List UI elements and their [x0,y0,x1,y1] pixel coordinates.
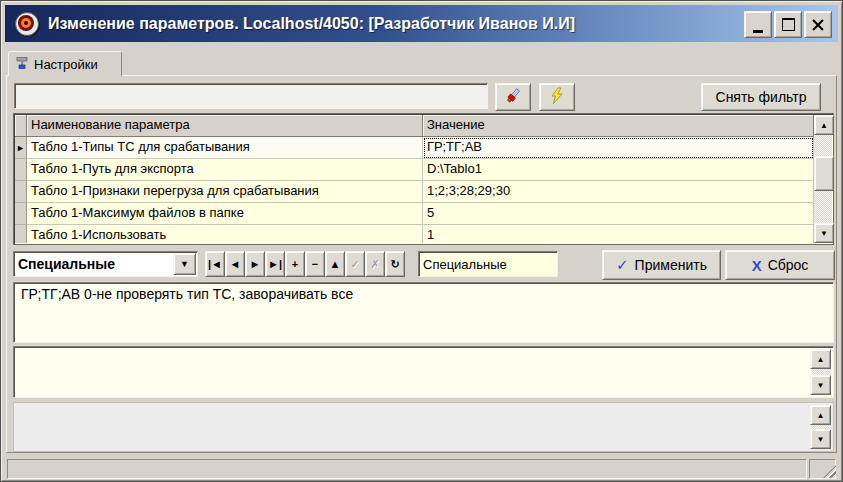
nav-prior-button[interactable]: ◄ [225,251,245,277]
tab-settings[interactable]: Настройки [8,51,122,76]
scroll-up-icon[interactable]: ▲ [810,349,831,369]
grid-header-row: Наименование параметра Значение [15,115,814,137]
scroll-up-icon[interactable]: ▲ [810,405,831,425]
nav-refresh-button[interactable]: ↻ [385,251,405,277]
chevron-down-icon[interactable]: ▼ [173,253,196,275]
nav-last-button[interactable]: ►| [265,251,285,277]
brush-icon [504,87,522,108]
tab-settings-label: Настройки [34,57,98,72]
nav-first-button[interactable]: |◄ [205,251,225,277]
category-edit-field[interactable] [418,251,558,277]
titlebar: Изменение параметров. Localhost/4050: [Р… [5,5,838,42]
extra-info-panel: ▲ ▼ [13,402,834,452]
nav-next-button[interactable]: ► [245,251,265,277]
settings-tab-icon [15,56,29,73]
reset-button[interactable]: X Сброс [725,250,835,280]
scroll-down-icon[interactable]: ▼ [814,223,834,243]
parameters-grid: Наименование параметра Значение ► Табло … [13,113,834,245]
app-icon [14,11,40,37]
status-panel [7,459,807,479]
filter-brush-button[interactable] [495,83,531,111]
close-button[interactable] [804,11,832,38]
window-title: Изменение параметров. Localhost/4050: [Р… [48,15,575,33]
scrollbar-thumb[interactable] [814,156,834,191]
filter-input[interactable] [14,83,488,109]
maximize-button[interactable] [774,11,802,38]
nav-insert-button[interactable]: + [285,251,305,277]
minimize-icon [753,30,763,33]
column-header-value[interactable]: Значение [423,115,814,137]
settings-page: Снять фильтр Наименование параметра Знач… [6,75,837,453]
table-row[interactable]: ► Табло 1-Типы ТС для срабатывания ГР;ТГ… [15,137,814,159]
app-window: Изменение параметров. Localhost/4050: [Р… [0,0,843,482]
minimize-button[interactable] [744,11,772,38]
parameter-description-memo[interactable]: ГР;ТГ;АВ 0-не проверять тип ТС, заворачи… [13,282,834,343]
grid-vertical-scrollbar[interactable]: ▲ ▼ [814,115,832,243]
memo-scrollbar[interactable]: ▲ ▼ [812,349,831,395]
status-bar [6,457,837,479]
x-icon: X [752,257,762,274]
close-icon [811,18,825,32]
category-combobox[interactable]: Специальные ▼ [13,251,198,277]
nav-cancel-button: ✗ [365,251,385,277]
panel-scrollbar[interactable]: ▲ ▼ [812,405,831,449]
check-icon: ✓ [616,256,629,274]
table-row[interactable]: Табло 1-Признаки перегруза для срабатыва… [15,181,814,203]
nav-edit-button[interactable]: ▲ [325,251,345,277]
lightning-icon [549,87,565,108]
filter-apply-button[interactable] [539,83,575,111]
nav-delete-button[interactable]: − [305,251,325,277]
table-row[interactable]: Табло 1-Максимум файлов в папке 5 [15,203,814,225]
nav-post-button: ✓ [345,251,365,277]
notes-memo[interactable]: ▲ ▼ [13,346,834,398]
row-indicator-icon: ► [15,137,27,159]
apply-button[interactable]: ✓ Применить [602,250,721,280]
scroll-down-icon[interactable]: ▼ [810,429,831,449]
table-row[interactable]: Табло 1-Использовать 1 [15,225,814,243]
category-combobox-value: Специальные [18,256,115,272]
selected-cell[interactable]: ГР;ТГ;АВ [423,137,814,159]
remove-filter-button[interactable]: Снять фильтр [701,83,821,111]
scroll-down-icon[interactable]: ▼ [810,375,831,395]
table-row[interactable]: Табло 1-Путь для экспорта D:\Tablo1 [15,159,814,181]
db-navigator: |◄ ◄ ► ►| + − ▲ ✓ ✗ ↻ [205,251,405,277]
maximize-icon [782,18,795,31]
column-header-name[interactable]: Наименование параметра [27,115,423,137]
scroll-up-icon[interactable]: ▲ [814,115,834,135]
